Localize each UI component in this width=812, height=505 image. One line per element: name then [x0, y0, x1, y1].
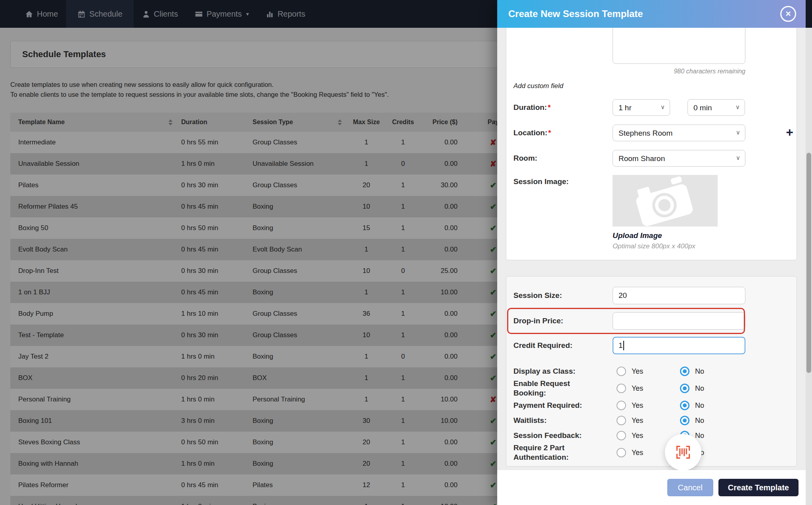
radio-yes[interactable]: Yes — [617, 384, 680, 393]
session-details-panel: 980 characters remaining Add custom fiel… — [506, 28, 797, 260]
barcode-icon — [674, 444, 692, 461]
radio-no[interactable]: No — [680, 384, 704, 393]
text-cursor — [623, 341, 624, 350]
optimal-size-text: Optimal size 800px x 400px — [613, 242, 789, 250]
room-label: Room: — [513, 154, 613, 163]
radio-no[interactable]: No — [680, 367, 704, 376]
radio-icon — [617, 416, 626, 425]
location-label: Location:* — [513, 129, 613, 137]
radio-icon — [617, 367, 626, 376]
duration-hours-select[interactable]: 1 hr — [613, 99, 670, 116]
room-select[interactable]: Room Sharon — [613, 150, 745, 167]
toggle-row: Enable Request Booking: Yes No — [513, 379, 789, 398]
modal-body: 980 characters remaining Add custom fiel… — [497, 28, 806, 470]
drop-in-price-input[interactable] — [613, 312, 745, 330]
toggle-row: Payment Required: Yes No — [513, 398, 789, 413]
radio-yes[interactable]: Yes — [617, 367, 680, 376]
scrollbar-thumb[interactable] — [806, 153, 811, 373]
session-size-label: Session Size: — [513, 291, 613, 300]
camera-icon — [626, 175, 704, 227]
radio-icon — [680, 416, 689, 425]
chars-remaining-text: 980 characters remaining — [613, 68, 745, 75]
radio-icon — [617, 384, 626, 393]
toggle-row: Waitlists: Yes No — [513, 413, 789, 428]
radio-icon — [680, 384, 689, 393]
radio-yes[interactable]: Yes — [617, 416, 680, 425]
credit-required-input[interactable]: 1 — [613, 337, 745, 354]
radio-yes[interactable]: Yes — [617, 401, 680, 410]
radio-icon — [617, 431, 626, 440]
scrollbar-top-cap — [806, 0, 812, 28]
session-settings-panel: Session Size: Drop-in Price: Credit Requ… — [506, 276, 797, 467]
toggle-label: Payment Required: — [513, 401, 599, 410]
window-scrollbar — [806, 0, 812, 505]
duration-label: Duration:* — [513, 103, 613, 112]
close-icon[interactable]: ✕ — [780, 6, 796, 22]
required-asterisk: * — [548, 103, 550, 111]
toggle-row: Require 2 Part Authentication: Yes No — [513, 443, 789, 462]
radio-icon — [617, 448, 626, 457]
credit-required-label: Credit Required: — [513, 341, 613, 350]
location-select[interactable]: Stephens Room — [613, 125, 745, 141]
toggle-label: Waitlists: — [513, 416, 599, 425]
create-session-template-modal: Create New Session Template ✕ 980 charac… — [497, 0, 806, 505]
toggle-rows: Display as Class: Yes No Enable Request … — [513, 364, 789, 462]
create-template-button[interactable]: Create Template — [718, 479, 799, 496]
radio-icon — [680, 401, 689, 410]
radio-icon — [680, 367, 689, 376]
toggle-label: Enable Request Booking: — [513, 379, 599, 398]
barcode-scan-button[interactable] — [665, 434, 701, 470]
toggle-label: Require 2 Part Authentication: — [513, 443, 599, 462]
add-custom-field-link[interactable]: Add custom field — [513, 82, 563, 90]
required-asterisk: * — [548, 129, 551, 137]
drop-in-price-label: Drop-in Price: — [513, 317, 613, 325]
toggle-row: Session Feedback: Yes No — [513, 428, 789, 443]
toggle-label: Session Feedback: — [513, 431, 599, 440]
modal-title: Create New Session Template — [508, 8, 643, 19]
description-textarea[interactable] — [613, 28, 745, 64]
upload-image-link[interactable]: Upload Image — [613, 231, 789, 240]
session-image-placeholder — [613, 175, 718, 227]
session-size-input[interactable] — [613, 287, 745, 304]
duration-minutes-select[interactable]: 0 min — [688, 99, 745, 116]
credit-required-value: 1 — [619, 341, 623, 350]
toggle-row: Display as Class: Yes No — [513, 364, 789, 379]
toggle-label: Display as Class: — [513, 367, 599, 376]
cancel-button[interactable]: Cancel — [667, 479, 713, 496]
add-location-icon[interactable]: + — [786, 126, 793, 138]
radio-no[interactable]: No — [680, 416, 704, 425]
radio-no[interactable]: No — [680, 401, 704, 410]
radio-icon — [617, 401, 626, 410]
session-image-label: Session Image: — [513, 175, 613, 186]
modal-footer: Cancel Create Template — [497, 470, 806, 505]
modal-header: Create New Session Template ✕ — [497, 0, 806, 28]
